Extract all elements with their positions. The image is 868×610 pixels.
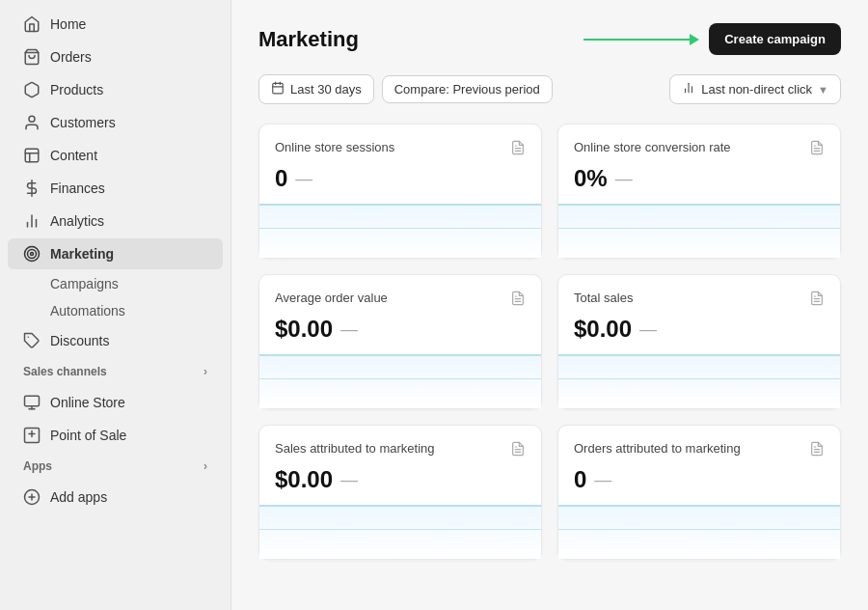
- card-value: $0.00 —: [574, 316, 825, 343]
- sidebar-item-marketing[interactable]: Marketing: [8, 238, 223, 269]
- finances-icon: [23, 180, 41, 197]
- metric-value: 0%: [574, 165, 608, 192]
- sidebar-item-discounts[interactable]: Discounts: [8, 325, 223, 356]
- metric-dash: —: [594, 470, 611, 490]
- sidebar-item-online-store-label: Online Store: [50, 395, 125, 410]
- card-chart: [259, 505, 541, 559]
- metric-card-online-store-conversion-rate: Online store conversion rate 0% —: [557, 124, 841, 259]
- svg-rect-20: [273, 83, 284, 94]
- sales-channels-label: Sales channels: [23, 365, 107, 378]
- metric-value: 0: [574, 466, 586, 493]
- filter-bar: Last 30 days Compare: Previous period La…: [258, 74, 841, 104]
- card-title: Sales attributed to marketing: [275, 441, 434, 456]
- sidebar-item-finances-label: Finances: [50, 180, 105, 196]
- metric-value: $0.00: [574, 316, 632, 343]
- card-header: Total sales: [574, 291, 825, 310]
- compare-button[interactable]: Compare: Previous period: [382, 75, 553, 103]
- card-header: Orders attributed to marketing: [574, 441, 825, 460]
- sales-channels-section[interactable]: Sales channels ›: [8, 358, 223, 385]
- analytics-icon: [23, 212, 41, 230]
- sidebar-item-products-label: Products: [50, 82, 103, 97]
- dropdown-chevron-icon: ▼: [818, 84, 828, 96]
- card-title: Total sales: [574, 291, 633, 305]
- sidebar-item-point-of-sale-label: Point of Sale: [50, 428, 126, 443]
- sidebar-item-content-label: Content: [50, 148, 97, 163]
- sidebar-item-orders-label: Orders: [50, 49, 92, 65]
- svg-point-1: [29, 116, 35, 122]
- metric-card-online-store-sessions: Online store sessions 0 —: [258, 124, 542, 259]
- campaigns-label: Campaigns: [50, 276, 119, 291]
- card-header: Average order value: [275, 291, 526, 310]
- card-header: Online store conversion rate: [574, 140, 825, 159]
- sidebar-item-customers-label: Customers: [50, 115, 116, 130]
- metrics-grid: Online store sessions 0 — Online store c…: [258, 124, 841, 560]
- sidebar: Home Orders Products Customers: [0, 0, 231, 610]
- sidebar-item-home-label: Home: [50, 16, 86, 32]
- sales-channels-chevron-icon: ›: [203, 365, 207, 378]
- sidebar-item-analytics-label: Analytics: [50, 213, 104, 229]
- sidebar-item-add-apps[interactable]: Add apps: [8, 482, 223, 513]
- marketing-icon: [23, 245, 41, 263]
- metric-card-orders-attributed-to-marketing: Orders attributed to marketing 0 —: [557, 425, 841, 560]
- card-report-icon[interactable]: [510, 441, 526, 460]
- sidebar-item-customers[interactable]: Customers: [8, 107, 223, 138]
- metric-dash: —: [295, 169, 312, 189]
- metric-dash: —: [340, 470, 358, 490]
- date-range-button[interactable]: Last 30 days: [258, 74, 374, 104]
- sidebar-item-finances[interactable]: Finances: [8, 173, 223, 204]
- metric-dash: —: [615, 169, 633, 189]
- sidebar-item-add-apps-label: Add apps: [50, 489, 107, 505]
- sidebar-item-products[interactable]: Products: [8, 74, 223, 105]
- card-report-icon[interactable]: [809, 140, 825, 159]
- sidebar-item-marketing-label: Marketing: [50, 246, 114, 262]
- apps-label: Apps: [23, 459, 52, 473]
- bar-chart-icon: [682, 81, 695, 97]
- create-campaign-button[interactable]: Create campaign: [709, 23, 841, 55]
- sidebar-item-home[interactable]: Home: [8, 9, 223, 40]
- card-title: Average order value: [275, 291, 388, 305]
- sidebar-item-orders[interactable]: Orders: [8, 42, 223, 72]
- card-chart: [259, 204, 541, 258]
- arrow-area: Create campaign: [583, 23, 841, 55]
- attribution-dropdown[interactable]: Last non-direct click ▼: [669, 74, 841, 104]
- apps-chevron-icon: ›: [203, 459, 207, 473]
- svg-rect-2: [25, 149, 39, 162]
- metric-card-average-order-value: Average order value $0.00 —: [258, 274, 542, 409]
- compare-label: Compare: Previous period: [394, 82, 540, 97]
- metric-dash: —: [639, 319, 657, 340]
- card-report-icon[interactable]: [809, 441, 825, 460]
- content-icon: [23, 147, 41, 164]
- products-icon: [23, 81, 41, 98]
- page-header: Marketing Create campaign: [258, 23, 841, 55]
- card-chart: [558, 204, 840, 258]
- discounts-icon: [23, 332, 41, 349]
- main-content: Marketing Create campaign Last 30 days C…: [231, 0, 868, 610]
- online-store-icon: [23, 394, 41, 411]
- sidebar-item-content[interactable]: Content: [8, 140, 223, 171]
- attribution-label: Last non-direct click: [701, 82, 812, 97]
- card-chart: [259, 354, 541, 408]
- page-title: Marketing: [258, 27, 359, 52]
- card-title: Online store sessions: [275, 140, 394, 154]
- sidebar-item-point-of-sale[interactable]: Point of Sale: [8, 420, 223, 451]
- add-apps-icon: [23, 488, 41, 506]
- card-report-icon[interactable]: [510, 291, 526, 310]
- card-report-icon[interactable]: [809, 291, 825, 310]
- apps-section[interactable]: Apps ›: [8, 453, 223, 480]
- metric-card-total-sales: Total sales $0.00 —: [557, 274, 841, 409]
- svg-point-8: [28, 250, 37, 259]
- svg-point-9: [31, 253, 34, 256]
- sidebar-item-analytics[interactable]: Analytics: [8, 206, 223, 236]
- card-report-icon[interactable]: [510, 140, 526, 159]
- sidebar-item-online-store[interactable]: Online Store: [8, 387, 223, 418]
- card-chart: [558, 505, 840, 559]
- orders-icon: [23, 48, 41, 66]
- metric-dash: —: [340, 319, 358, 340]
- card-value: $0.00 —: [275, 316, 526, 343]
- customers-icon: [23, 114, 41, 131]
- svg-rect-11: [25, 396, 40, 406]
- sidebar-sub-item-automations[interactable]: Automations: [8, 298, 223, 323]
- metric-value: $0.00: [275, 466, 333, 493]
- sidebar-sub-item-campaigns[interactable]: Campaigns: [8, 271, 223, 296]
- metric-value: 0: [275, 165, 287, 192]
